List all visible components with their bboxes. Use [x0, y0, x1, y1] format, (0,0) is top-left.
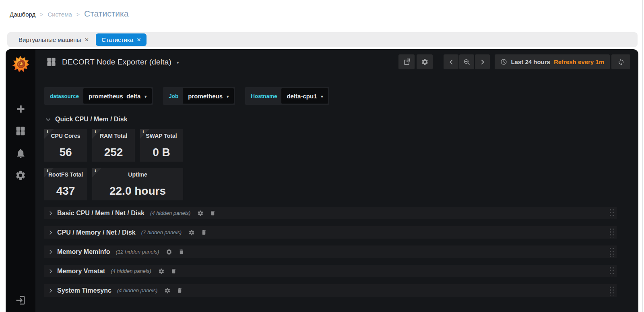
- dashboard-title: DECORT Node Exporter (delta): [62, 58, 171, 67]
- dashboard-title-button[interactable]: DECORT Node Exporter (delta) ▾: [46, 56, 179, 67]
- row-drag-handle[interactable]: [609, 227, 615, 237]
- info-corner-icon[interactable]: [92, 168, 102, 177]
- breadcrumb-item-statistics: Статистика: [84, 9, 128, 19]
- info-icon: i: [95, 129, 96, 134]
- row-delete-trash-icon[interactable]: [201, 229, 207, 235]
- tab-bar: Виртуальные машины × Статистика ×: [7, 32, 638, 47]
- time-range-picker[interactable]: Last 24 hours Refresh every 1m: [495, 54, 610, 69]
- time-forward-chevron-icon[interactable]: [475, 54, 490, 69]
- info-corner-icon[interactable]: [44, 129, 54, 139]
- dashboard-navbar: DECORT Node Exporter (delta) ▾: [35, 49, 638, 75]
- variable-label: Hostname: [246, 88, 281, 104]
- create-plus-icon[interactable]: [14, 103, 27, 115]
- row-cpu-memory-net-disk[interactable]: CPU / Memory / Net / Disk (7 hidden pane…: [44, 226, 617, 239]
- close-icon[interactable]: ×: [85, 36, 89, 43]
- time-range-label: Last 24 hours: [511, 58, 550, 65]
- row-settings-gear-icon[interactable]: [197, 210, 204, 216]
- info-icon: i: [142, 129, 144, 134]
- panel-value: 252: [104, 146, 123, 159]
- row-settings-gear-icon[interactable]: [164, 287, 171, 294]
- row-title: Quick CPU / Mem / Disk: [55, 116, 128, 123]
- panel-title: SWAP Total: [146, 133, 177, 139]
- row-drag-handle[interactable]: [609, 285, 615, 295]
- hidden-panels-label: (4 hidden panels): [150, 210, 190, 216]
- grafana-dashboard: DECORT Node Exporter (delta) ▾: [6, 49, 638, 312]
- row-drag-handle[interactable]: [609, 266, 615, 276]
- row-title: Basic CPU / Mem / Net / Disk: [57, 210, 144, 217]
- chevron-down-icon: ▾: [321, 94, 323, 99]
- dashboard-grid-icon: [46, 56, 57, 67]
- row-settings-gear-icon[interactable]: [158, 268, 165, 275]
- dashboard-main: DECORT Node Exporter (delta) ▾: [35, 49, 638, 312]
- row-delete-trash-icon[interactable]: [210, 210, 216, 216]
- tab-label: Виртуальные машины: [19, 36, 81, 43]
- stat-panel-cpu-cores[interactable]: i CPU Cores 56: [44, 129, 87, 162]
- chevron-down-icon: ▾: [177, 58, 179, 65]
- tab-statistics[interactable]: Статистика ×: [96, 33, 147, 46]
- info-corner-icon[interactable]: [44, 168, 54, 177]
- time-back-chevron-icon[interactable]: [444, 54, 458, 69]
- info-icon: i: [47, 168, 48, 173]
- tab-virtual-machines[interactable]: Виртуальные машины ×: [13, 32, 94, 47]
- panel-title: RAM Total: [100, 133, 127, 139]
- row-title: Memory Vmstat: [57, 268, 105, 275]
- chevron-right-icon: [48, 249, 54, 255]
- row-memory-vmstat[interactable]: Memory Vmstat (4 hidden panels): [44, 265, 617, 277]
- time-nav-group: [444, 54, 490, 69]
- stat-panel-rootfs-total[interactable]: i RootFS Total 437: [44, 168, 87, 200]
- alerting-bell-icon[interactable]: [14, 147, 27, 159]
- row-drag-handle[interactable]: [609, 247, 615, 257]
- sign-in-icon[interactable]: [14, 294, 27, 306]
- chevron-down-icon: [45, 116, 51, 123]
- variable-value-dropdown[interactable]: delta-cpu1 ▾: [281, 88, 328, 104]
- row-title: System Timesync: [57, 287, 111, 294]
- hidden-panels-label: (7 hidden panels): [141, 229, 182, 235]
- variable-hostname: Hostname delta-cpu1 ▾: [245, 87, 329, 105]
- row-delete-trash-icon[interactable]: [171, 268, 177, 274]
- share-button[interactable]: [398, 54, 415, 69]
- breadcrumb: Дашборд > Система > Статистика: [10, 9, 128, 19]
- row-settings-gear-icon[interactable]: [166, 249, 172, 255]
- collapsed-rows: Basic CPU / Mem / Net / Disk (4 hidden p…: [44, 207, 638, 297]
- stat-panels-row-1: i CPU Cores 56 i RAM Total 252 i SWAP To…: [44, 129, 638, 162]
- configuration-gear-icon[interactable]: [14, 169, 27, 181]
- row-delete-trash-icon[interactable]: [178, 249, 184, 255]
- breadcrumb-item-dashboard[interactable]: Дашборд: [10, 11, 35, 18]
- variable-value-dropdown[interactable]: prometheus_delta ▾: [83, 88, 152, 104]
- stat-panel-swap-total[interactable]: i SWAP Total 0 B: [140, 129, 183, 162]
- row-system-timesync[interactable]: System Timesync (4 hidden panels): [44, 284, 617, 297]
- panel-value: 56: [59, 146, 72, 159]
- row-settings-gear-icon[interactable]: [188, 229, 195, 236]
- variable-label: Job: [164, 88, 183, 104]
- dashboards-grid-icon[interactable]: [14, 125, 27, 137]
- breadcrumb-item-system[interactable]: Система: [47, 11, 72, 18]
- row-drag-handle[interactable]: [609, 208, 615, 218]
- row-basic-cpu-mem-net-disk[interactable]: Basic CPU / Mem / Net / Disk (4 hidden p…: [44, 207, 617, 219]
- chevron-right-icon: [48, 288, 54, 293]
- settings-gear-icon[interactable]: [417, 54, 433, 69]
- close-icon[interactable]: ×: [137, 36, 141, 43]
- navbar-actions: Last 24 hours Refresh every 1m: [398, 54, 630, 69]
- row-title: CPU / Memory / Net / Disk: [57, 229, 136, 236]
- hidden-panels-label: (4 hidden panels): [111, 268, 151, 274]
- refresh-interval-label: Refresh every 1m: [554, 58, 604, 65]
- row-quick-cpu-mem-disk[interactable]: Quick CPU / Mem / Disk: [45, 116, 638, 123]
- chevron-down-icon: ▾: [144, 94, 147, 99]
- panel-value: 0 B: [153, 146, 170, 159]
- variable-label: datasource: [45, 88, 83, 104]
- info-icon: i: [47, 129, 48, 134]
- stat-panel-ram-total[interactable]: i RAM Total 252: [92, 129, 135, 162]
- row-memory-meminfo[interactable]: Memory Meminfo (12 hidden panels): [44, 245, 617, 258]
- tab-label: Статистика: [101, 36, 133, 43]
- stat-panel-uptime[interactable]: i Uptime 22.0 hours: [92, 168, 183, 200]
- refresh-icon[interactable]: [611, 54, 630, 69]
- variable-value-dropdown[interactable]: prometheus ▾: [183, 88, 234, 104]
- info-corner-icon[interactable]: [140, 129, 150, 139]
- info-corner-icon[interactable]: [92, 129, 102, 139]
- page-scrollbar[interactable]: [642, 0, 643, 312]
- row-delete-trash-icon[interactable]: [177, 287, 183, 293]
- row-title: Memory Meminfo: [57, 248, 110, 256]
- grafana-logo[interactable]: [11, 54, 30, 74]
- zoom-out-icon[interactable]: [459, 54, 474, 69]
- panel-value: 22.0 hours: [109, 185, 166, 198]
